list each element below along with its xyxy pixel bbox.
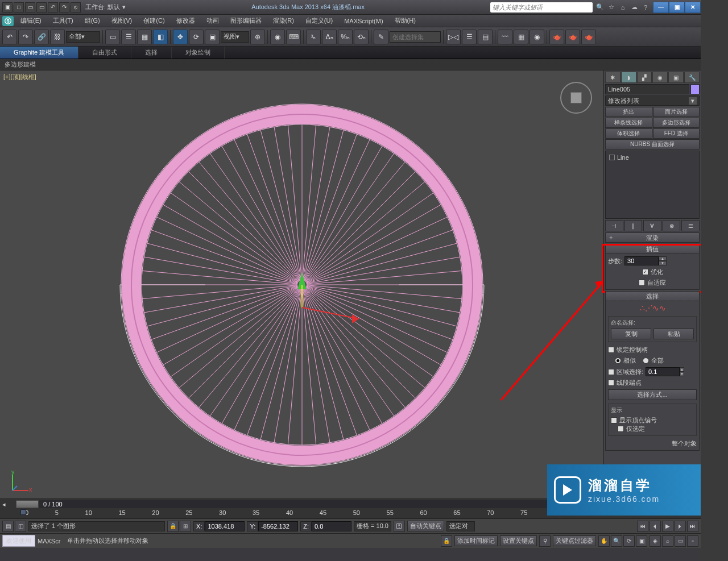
snap-spinner-icon[interactable]: ⟲ₙ [354, 30, 369, 44]
viewcube[interactable] [560, 82, 592, 114]
snap-percent-icon[interactable]: %ₙ [338, 30, 353, 44]
menu-render[interactable]: 渲染(R) [268, 15, 299, 26]
nav-zoomall-icon[interactable]: ◈ [650, 535, 661, 547]
menu-custom[interactable]: 自定义(U) [301, 15, 337, 26]
workspace-label[interactable]: 工作台: 默认 [85, 3, 120, 11]
modifier-stack[interactable]: Line [605, 151, 700, 219]
key-filter-icon[interactable]: ⚲ [539, 535, 551, 547]
menu-graph[interactable]: 图形编辑器 [226, 15, 266, 26]
time-scroll-left[interactable]: ◂ [0, 501, 8, 508]
scale-icon[interactable]: ▣ [205, 30, 220, 44]
render-prod-icon[interactable]: 🫖 [581, 30, 596, 44]
qat-redo-icon[interactable]: ↷ [59, 2, 69, 13]
remove-mod-icon[interactable]: ⊗ [663, 220, 681, 231]
render-frame-icon[interactable]: 🫖 [565, 30, 580, 44]
select-icon[interactable]: ▭ [105, 30, 120, 44]
qat-open-icon[interactable]: ▭ [25, 2, 35, 13]
nav-pan-icon[interactable]: ✋ [598, 535, 610, 547]
menu-tools[interactable]: 工具(T) [48, 15, 78, 26]
edit-named-sel-icon[interactable]: ✎ [374, 30, 388, 44]
render-setup-icon[interactable]: 🫖 [549, 30, 564, 44]
mod-volsel[interactable]: 体积选择 [605, 128, 652, 139]
viewport-top[interactable]: [+][顶][线框] [0, 70, 604, 498]
material-editor-icon[interactable]: ◉ [530, 30, 544, 44]
mod-splinesel[interactable]: 样条线选择 [605, 118, 652, 128]
layers-icon[interactable]: ▤ [478, 30, 493, 44]
maximize-button[interactable]: ▣ [669, 2, 685, 13]
make-unique-icon[interactable]: ∀ [643, 220, 661, 231]
nav-zoom-icon[interactable]: 🔍 [611, 535, 622, 547]
key-mode-icon[interactable]: ⚿ [394, 521, 405, 532]
show-vertnum-checkbox[interactable] [611, 417, 617, 423]
key-icon[interactable]: ⌂ [618, 2, 628, 13]
rollout-interp-header[interactable]: 插值 [605, 244, 700, 254]
keyboard-shortcut-icon[interactable]: ⌨ [286, 30, 301, 44]
select-region-icon[interactable]: ▦ [137, 30, 152, 44]
menu-anim[interactable]: 动画 [202, 15, 224, 26]
qat-link-icon[interactable]: ⎋ [71, 2, 81, 13]
ribbon-tab-graphite[interactable]: Graphite 建模工具 [0, 47, 78, 59]
area-value-input[interactable] [646, 367, 680, 376]
prev-frame-icon[interactable]: ⏴ [650, 521, 661, 532]
pivot-icon[interactable]: ⊕ [250, 30, 265, 44]
ribbon-tab-paint[interactable]: 对象绘制 [172, 47, 225, 59]
set-key-button[interactable]: 设置关键点 [500, 535, 537, 546]
steps-spin-down[interactable]: ▼ [659, 261, 667, 265]
steps-input[interactable] [624, 256, 659, 265]
mod-extrude[interactable]: 挤出 [605, 107, 652, 117]
select-by-button[interactable]: 选择方式... [608, 389, 697, 400]
menu-modifier[interactable]: 修改器 [172, 15, 200, 26]
viewcube-face[interactable] [570, 92, 582, 103]
pin-stack-icon[interactable]: ⊣ [605, 220, 623, 231]
move-icon[interactable]: ✥ [173, 30, 188, 44]
mod-polysel[interactable]: 多边形选择 [653, 118, 700, 128]
minimize-button[interactable]: — [653, 2, 669, 13]
x-value[interactable]: 1038.418 [205, 521, 245, 531]
selection-filter[interactable]: 全部 ▾ [66, 31, 100, 43]
seg-end-checkbox[interactable] [608, 380, 614, 386]
qat-new-icon[interactable]: □ [14, 2, 24, 13]
menu-maxscript[interactable]: MAXScript(M) [340, 16, 387, 26]
nav-region-icon[interactable]: ▭ [675, 535, 686, 547]
show-end-icon[interactable]: ∥ [624, 220, 643, 231]
nav-max-icon[interactable]: ▣ [636, 535, 647, 547]
schematic-icon[interactable]: ▦ [514, 30, 528, 44]
radio-all[interactable] [643, 358, 649, 364]
rollout-selection-header[interactable]: 选择 [605, 291, 700, 301]
redo-icon[interactable]: ↷ [18, 30, 33, 44]
star-icon[interactable]: ☆ [606, 2, 617, 13]
lock-selection-icon[interactable]: 🔒 [441, 535, 452, 547]
nav-field-icon[interactable]: ⌕ [662, 535, 673, 547]
mod-patchsel[interactable]: 面片选择 [653, 107, 700, 117]
modifier-list[interactable]: 修改器列表 ▾ [605, 95, 700, 106]
tab-display-icon[interactable]: ▣ [668, 72, 684, 83]
ribbon-tab-freeform[interactable]: 自由形式 [78, 47, 131, 59]
ribbon-panel-label[interactable]: 多边形建模 [0, 59, 701, 70]
next-frame-icon[interactable]: ⏵ [675, 521, 686, 532]
tab-hierarchy-icon[interactable]: ▞ [637, 72, 652, 83]
autokey-button[interactable]: 自动关键点 [407, 521, 444, 531]
close-button[interactable]: ✕ [685, 2, 701, 13]
ref-coord-sys[interactable]: 视图 ▾ [221, 31, 249, 43]
window-crossing-icon[interactable]: ◧ [153, 30, 168, 44]
object-color-swatch[interactable] [690, 84, 700, 94]
rollout-render[interactable]: + 渲染 [605, 232, 700, 243]
time-thumb[interactable] [16, 500, 39, 508]
selset-status[interactable]: 选定对 [446, 521, 475, 531]
dropdown-icon[interactable]: ▾ [689, 97, 697, 105]
steps-spin-up[interactable]: ▲ [659, 256, 667, 261]
adaptive-checkbox[interactable] [639, 280, 645, 286]
optimize-checkbox[interactable]: ✓ [642, 269, 648, 275]
tab-motion-icon[interactable]: ◉ [652, 72, 668, 83]
snap-2d-icon[interactable]: ³ₙ [306, 30, 321, 44]
qat-undo-icon[interactable]: ↶ [48, 2, 58, 13]
mod-ffdsel[interactable]: FFD 选择 [653, 128, 700, 139]
snap-angle-icon[interactable]: Δₙ [322, 30, 337, 44]
menu-group[interactable]: 组(G) [80, 15, 105, 26]
key-filter-button[interactable]: 关键点过滤器 [553, 535, 596, 546]
object-name-input[interactable] [605, 84, 689, 94]
mod-nurbssel[interactable]: NURBS 曲面选择 [605, 139, 700, 149]
z-value[interactable]: 0.0 [312, 521, 351, 531]
script-listener-icon[interactable]: ▤ [2, 521, 14, 532]
tab-utilities-icon[interactable]: 🔧 [684, 72, 700, 83]
